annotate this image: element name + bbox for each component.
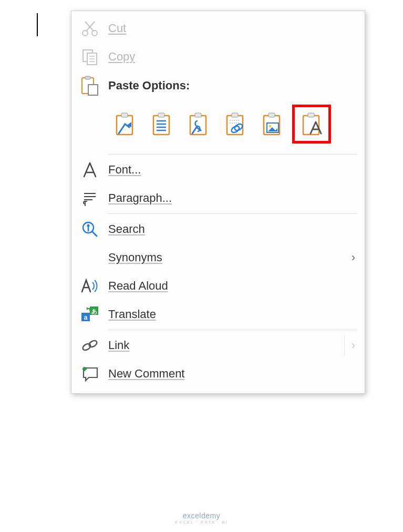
paste-options-row [71,100,365,153]
menu-item-translate[interactable]: a あ Translate [71,300,365,329]
menu-item-link[interactable]: Link › [71,331,365,360]
font-icon [77,161,103,179]
translate-label: Translate [108,308,156,321]
menu-item-search[interactable]: Search [71,215,365,243]
svg-point-31 [269,125,272,128]
menu-item-cut: Cut [71,14,365,43]
search-label: Search [108,222,145,236]
watermark-name: exceldemy [183,511,220,520]
paste-keep-source-formatting[interactable] [110,109,140,139]
svg-rect-29 [268,113,275,117]
paste-options-header: Paste Options: [71,71,365,100]
svg-text:a: a [84,314,88,321]
menu-item-copy: Copy [71,43,365,71]
watermark-sub: EXCEL · DATA · BI [0,520,403,525]
read-aloud-label: Read Aloud [108,279,168,293]
svg-rect-21 [195,113,201,117]
svg-line-3 [85,22,94,31]
svg-rect-33 [308,113,314,117]
paste-keep-text-only[interactable] [292,105,331,144]
menu-item-font[interactable]: Font... [71,156,365,184]
watermark: exceldemy EXCEL · DATA · BI [0,511,403,525]
new-comment-label: New Comment [108,367,184,381]
separator [108,330,357,330]
new-comment-icon [77,365,103,383]
chevron-right-icon: › [352,251,355,264]
search-icon [77,220,103,239]
svg-rect-14 [153,116,169,135]
link-label: Link [108,339,129,352]
paste-picture[interactable] [257,109,287,139]
svg-rect-10 [85,76,90,79]
paste-options-label: Paste Options: [108,79,190,93]
chevron-right-icon: › [352,339,355,352]
paste-link-keep-source[interactable] [221,109,250,139]
scissors-icon [77,19,103,37]
paste-merge-formatting[interactable] [147,109,177,139]
text-cursor [37,13,38,36]
svg-rect-15 [158,113,164,117]
separator [108,154,357,155]
svg-point-47 [88,340,98,349]
link-icon [77,337,103,353]
copy-label: Copy [108,50,135,64]
svg-text:あ: あ [91,308,97,315]
menu-item-new-comment[interactable]: New Comment [71,360,365,388]
svg-rect-13 [121,113,128,117]
paste-use-destination-styles[interactable] [184,109,213,139]
menu-item-paragraph[interactable]: Paragraph... [71,184,365,212]
separator [108,213,357,214]
copy-icon [77,48,103,66]
read-aloud-icon [77,277,103,295]
translate-icon: a あ [77,305,103,323]
svg-point-0 [82,30,88,36]
clipboard-icon [77,75,103,96]
paragraph-icon [77,189,103,207]
svg-rect-11 [88,85,98,95]
context-menu: Cut Copy Paste Options: [71,11,365,394]
svg-line-41 [92,232,97,236]
synonyms-label: Synonyms [108,251,162,264]
cut-label: Cut [108,22,126,35]
svg-line-2 [86,22,95,31]
font-label: Font... [108,163,141,177]
svg-rect-23 [232,113,238,117]
menu-item-read-aloud[interactable]: Read Aloud [71,272,365,300]
svg-point-1 [92,30,97,36]
menu-item-synonyms[interactable]: Synonyms › [71,243,365,272]
paragraph-label: Paragraph... [108,191,172,205]
